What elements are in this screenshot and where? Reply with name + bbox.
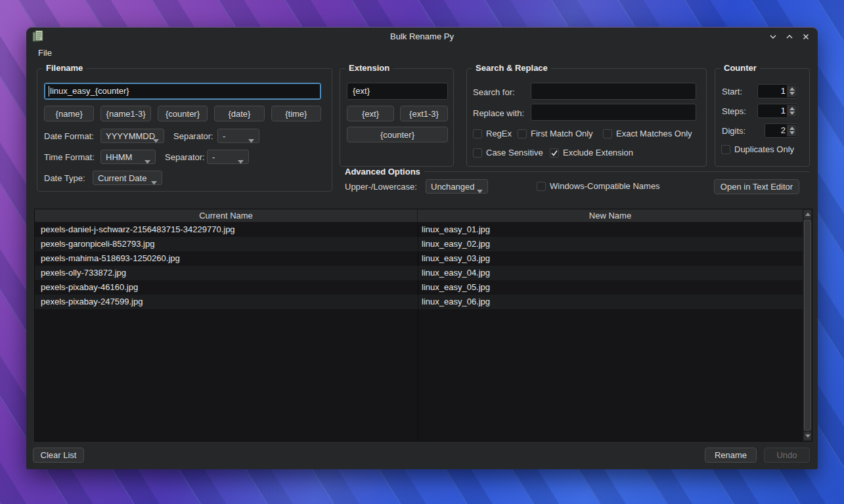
close-button[interactable]	[801, 32, 811, 42]
regex-label: RegEx	[486, 129, 512, 138]
spinner-arrows-icon[interactable]	[787, 125, 797, 136]
titlebar[interactable]: Bulk Rename Py	[26, 28, 818, 45]
first-match-only-label: First Match Only	[531, 129, 593, 138]
replace-with-input[interactable]	[531, 104, 696, 121]
current-name-cell: pexels-pixabay-46160.jpg	[35, 280, 418, 295]
current-name-cell: pexels-olly-733872.jpg	[35, 266, 418, 280]
divider	[424, 171, 810, 172]
digits-label: Digits:	[722, 126, 745, 136]
new-name-cell: linux_easy_01.jpg	[418, 222, 803, 237]
menu-file[interactable]: File	[34, 45, 56, 61]
extension-group: Extension {ext} {ext} {ext1-3} {counter}	[340, 68, 454, 167]
column-divider	[418, 222, 418, 441]
scrollbar-thumb[interactable]	[804, 220, 811, 430]
table-row[interactable]: pexels-olly-733872.jpg linux_easy_04.jpg	[35, 266, 803, 280]
extension-group-title: Extension	[345, 63, 393, 73]
date-type-label: Date Type:	[44, 173, 85, 183]
current-name-cell: pexels-pixabay-247599.jpg	[35, 295, 418, 309]
steps-spinbox[interactable]: 1	[757, 104, 798, 118]
table-row[interactable]: pexels-mahima-518693-1250260.jpg linux_e…	[35, 251, 803, 266]
search-for-label: Search for:	[473, 87, 515, 97]
token-name-button[interactable]: {name}	[44, 106, 94, 121]
uppercase-lowercase-combo[interactable]: Unchanged	[426, 179, 488, 194]
time-separator-label: Separator:	[165, 152, 205, 162]
text-caret	[49, 86, 49, 96]
filename-group: Filename linux_easy_{counter} {name} {na…	[37, 68, 332, 192]
scroll-up-icon[interactable]	[804, 210, 811, 219]
extension-input[interactable]: {ext}	[347, 83, 448, 100]
ext1-3-token-button[interactable]: {ext1-3}	[400, 106, 448, 121]
maximize-button[interactable]	[784, 32, 795, 42]
exact-matches-only-checkbox[interactable]	[603, 129, 612, 138]
clear-list-button[interactable]: Clear List	[33, 448, 84, 463]
column-header-new-name[interactable]: New Name	[418, 209, 803, 222]
time-format-combo[interactable]: HHMM	[100, 150, 156, 164]
chevron-down-icon	[151, 177, 157, 187]
file-table: Current Name New Name pexels-daniel-j-sc…	[34, 209, 812, 442]
case-sensitive-checkbox[interactable]	[473, 148, 482, 158]
table-row[interactable]: pexels-pixabay-46160.jpg linux_easy_05.j…	[35, 280, 803, 295]
app-window: Bulk Rename Py File Filename linux_easy_…	[26, 27, 818, 469]
search-replace-group-title: Search & Replace	[472, 63, 551, 73]
new-name-cell: linux_easy_05.jpg	[418, 280, 803, 295]
new-name-cell: linux_easy_04.jpg	[418, 266, 803, 280]
time-separator-combo[interactable]: -	[207, 150, 249, 164]
date-format-label: Date Format:	[44, 131, 94, 141]
start-label: Start:	[722, 87, 742, 96]
search-for-input[interactable]	[531, 83, 696, 100]
table-header: Current Name New Name	[35, 209, 803, 222]
case-sensitive-label: Case Sensitive	[486, 148, 543, 158]
token-date-button[interactable]: {date}	[214, 106, 264, 121]
ext-counter-token-button[interactable]: {counter}	[347, 127, 448, 142]
menubar: File	[26, 45, 818, 61]
filename-input[interactable]: linux_easy_{counter}	[44, 83, 321, 100]
exclude-extension-label: Exclude Extension	[563, 148, 633, 158]
scroll-down-icon[interactable]	[804, 432, 811, 440]
spinner-arrows-icon[interactable]	[787, 105, 797, 117]
undo-button: Undo	[764, 448, 810, 463]
current-name-cell: pexels-garonpiceli-852793.jpg	[35, 237, 418, 251]
first-match-only-checkbox[interactable]	[518, 129, 527, 138]
windows-compatible-label: Windows-Compatible Names	[550, 181, 660, 191]
rename-button[interactable]: Rename	[705, 448, 757, 463]
desktop-background: Bulk Rename Py File Filename linux_easy_…	[0, 0, 844, 504]
table-body: pexels-daniel-j-schwarz-2156483715-34229…	[35, 222, 803, 441]
chevron-down-icon	[248, 135, 254, 145]
token-name1-3-button[interactable]: {name1-3}	[100, 106, 150, 121]
current-name-cell: pexels-mahima-518693-1250260.jpg	[35, 251, 418, 266]
spinner-arrows-icon[interactable]	[787, 85, 797, 97]
token-time-button[interactable]: {time}	[271, 106, 321, 121]
chevron-down-icon	[477, 186, 483, 196]
date-format-combo[interactable]: YYYYMMDD	[100, 129, 164, 143]
duplicates-only-label: Duplicates Only	[734, 144, 794, 154]
start-spinbox[interactable]: 1	[757, 84, 798, 98]
advanced-options-title: Advanced Options	[340, 167, 424, 177]
table-row[interactable]: pexels-garonpiceli-852793.jpg linux_easy…	[35, 237, 803, 251]
exclude-extension-checkbox[interactable]	[550, 148, 559, 158]
replace-with-label: Replace with:	[473, 108, 524, 118]
table-row[interactable]: pexels-pixabay-247599.jpg linux_easy_06.…	[35, 295, 803, 309]
counter-group: Counter Start: 1 Steps: 1 Digits: 2	[715, 68, 810, 167]
chevron-down-icon	[144, 156, 150, 166]
date-separator-combo[interactable]: -	[217, 129, 259, 143]
table-row[interactable]: pexels-daniel-j-schwarz-2156483715-34229…	[35, 222, 803, 237]
duplicates-only-checkbox[interactable]	[721, 145, 730, 154]
new-name-cell: linux_easy_03.jpg	[418, 251, 803, 266]
ext-token-button[interactable]: {ext}	[347, 106, 394, 121]
minimize-button[interactable]	[768, 32, 778, 42]
regex-checkbox[interactable]	[473, 129, 482, 138]
date-separator-label: Separator:	[173, 131, 213, 141]
open-text-editor-button[interactable]: Open in Text Editor	[714, 179, 799, 194]
digits-spinbox[interactable]: 2	[765, 123, 798, 138]
vertical-scrollbar[interactable]	[803, 209, 812, 441]
date-type-combo[interactable]: Current Date	[93, 171, 162, 185]
column-header-current-name[interactable]: Current Name	[35, 209, 418, 222]
check-icon	[550, 149, 558, 157]
steps-label: Steps:	[722, 106, 746, 116]
current-name-cell: pexels-daniel-j-schwarz-2156483715-34229…	[35, 222, 418, 237]
windows-compatible-checkbox[interactable]	[537, 182, 546, 191]
token-counter-button[interactable]: {counter}	[158, 106, 208, 121]
new-name-cell: linux_easy_06.jpg	[418, 295, 803, 309]
filename-group-title: Filename	[43, 63, 86, 73]
chevron-down-icon	[238, 156, 244, 166]
